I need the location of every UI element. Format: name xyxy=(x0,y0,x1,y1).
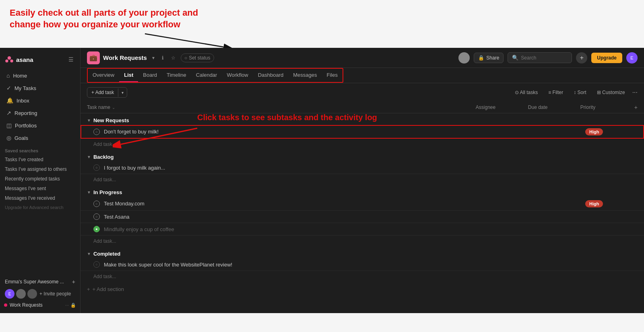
sidebar-item-reporting[interactable]: ↗ Reporting xyxy=(3,107,77,119)
task-name-sort-icon[interactable]: ⌄ xyxy=(112,105,115,110)
project-title-dropdown[interactable]: ▾ xyxy=(150,54,157,62)
sidebar-item-my-tasks[interactable]: ✓ My Tasks xyxy=(3,82,77,94)
svg-line-1 xyxy=(145,34,233,49)
add-column-button[interactable]: + xyxy=(634,104,638,111)
toolbar-more-button[interactable]: ··· xyxy=(632,89,638,96)
sidebar-item-inbox[interactable]: 🔔 Inbox xyxy=(3,94,77,107)
asana-logo-text: asana xyxy=(16,56,33,63)
sidebar-collapse-button[interactable]: ☰ xyxy=(67,55,75,64)
tab-dashboard[interactable]: Dashboard xyxy=(253,69,289,82)
svg-point-2 xyxy=(8,56,11,60)
saved-search-tasks-assigned[interactable]: Tasks I've assigned to others xyxy=(0,164,80,174)
sidebar-item-reporting-label: Reporting xyxy=(14,110,37,116)
tab-messages[interactable]: Messages xyxy=(288,69,322,82)
tab-files[interactable]: Files xyxy=(322,69,343,82)
project-actions-dots[interactable]: ··· xyxy=(65,303,69,308)
invite-people-button[interactable]: + Invite people xyxy=(39,291,71,297)
share-label: Share xyxy=(486,55,499,61)
section-in-progress-header[interactable]: ▼ In Progress xyxy=(80,185,644,197)
set-status-label: Set status xyxy=(189,55,210,61)
sidebar: asana ☰ ⌂ Home ✓ My Tasks 🔔 Inbox ↗ Repo… xyxy=(0,48,80,313)
task-check-4[interactable]: ○ xyxy=(93,213,100,220)
user-avatar[interactable]: E xyxy=(626,52,638,64)
tab-timeline[interactable]: Timeline xyxy=(162,69,191,82)
sidebar-bottom: Emma's Super Awesome ... + E + Invite pe… xyxy=(0,273,80,313)
task-priority-3: High xyxy=(585,200,638,207)
col-priority: Priority xyxy=(580,105,633,110)
add-section-button[interactable]: + + Add section xyxy=(80,282,644,296)
section-backlog-header[interactable]: ▼ Backlog xyxy=(80,150,644,162)
task-row-mindfully-coffee[interactable]: ● Mindfully enjoy a cup of coffee xyxy=(80,223,644,236)
task-row-test-asana[interactable]: ○ Test Asana xyxy=(80,211,644,223)
table-header: Task name ⌄ Assignee Due date Priority + xyxy=(80,102,644,113)
add-task-button[interactable]: + Add task ▾ xyxy=(87,87,127,98)
add-task-new-requests[interactable]: Add task... xyxy=(80,139,644,150)
search-input[interactable] xyxy=(521,55,561,61)
add-task-backlog[interactable]: Add task... xyxy=(80,174,644,185)
sidebar-item-home[interactable]: ⌂ Home xyxy=(3,70,77,82)
task-name-test-monday: Test Monday.com xyxy=(104,201,481,207)
add-task-completed[interactable]: Add task... xyxy=(80,271,644,282)
project-name-label: Work Requests xyxy=(10,302,43,308)
task-row-forgot-milk[interactable]: ○ I forgot to buy milk again... xyxy=(80,162,644,174)
tab-overview[interactable]: Overview xyxy=(88,69,119,82)
add-task-chevron-icon[interactable]: ▾ xyxy=(118,88,127,97)
task-list-area: ▼ New Requests ○ Don't forget to buy mil… xyxy=(80,113,644,313)
sidebar-header: asana ☰ xyxy=(0,52,80,67)
project-info-button[interactable]: ℹ xyxy=(160,54,166,62)
task-row-website-planet[interactable]: ○ Make this look super cool for the Webs… xyxy=(80,258,644,271)
asana-logo: asana xyxy=(5,55,33,64)
add-task-main-label[interactable]: + Add task xyxy=(87,88,118,97)
search-box: 🔍 xyxy=(508,52,572,63)
sidebar-item-my-tasks-label: My Tasks xyxy=(14,85,36,91)
svg-point-3 xyxy=(5,59,8,62)
share-button[interactable]: 🔒 Share xyxy=(474,53,504,63)
workspace-plus-button[interactable]: + xyxy=(72,279,75,285)
home-icon: ⌂ xyxy=(6,72,10,79)
customize-button[interactable]: ⊞ Customize xyxy=(594,88,628,97)
saved-search-messages-received[interactable]: Messages I've received xyxy=(0,193,80,203)
avatar-2 xyxy=(16,289,26,299)
priority-badge-high-3: High xyxy=(585,200,603,207)
task-check-3[interactable]: ○ xyxy=(93,201,100,207)
check-circle-icon-4: ○ xyxy=(95,215,97,219)
saved-search-recently-completed[interactable]: Recently completed tasks xyxy=(0,174,80,184)
project-star-button[interactable]: ☆ xyxy=(169,54,178,62)
section-completed: ▼ Completed ○ Make this look super cool … xyxy=(80,247,644,282)
saved-search-tasks-created[interactable]: Tasks I've created xyxy=(0,155,80,164)
set-status-button[interactable]: ○ Set status xyxy=(181,53,214,62)
task-name-header: Task name xyxy=(87,105,110,110)
saved-search-messages-sent[interactable]: Messages I've sent xyxy=(0,184,80,193)
upgrade-button[interactable]: Upgrade xyxy=(591,53,622,63)
section-chevron-backlog: ▼ xyxy=(87,155,91,159)
sidebar-item-portfolios-label: Portfolios xyxy=(15,123,37,129)
priority-badge-high-1: High xyxy=(585,128,603,135)
task-check-2[interactable]: ○ xyxy=(93,164,100,171)
col-assignee: Assignee xyxy=(476,105,528,110)
section-completed-header[interactable]: ▼ Completed xyxy=(80,247,644,258)
task-name-test-asana: Test Asana xyxy=(104,214,481,220)
add-button[interactable]: + xyxy=(576,52,587,64)
task-check-6[interactable]: ○ xyxy=(93,261,100,268)
filter-button[interactable]: ≡ Filter xyxy=(545,88,566,97)
tab-board[interactable]: Board xyxy=(138,69,162,82)
search-icon: 🔍 xyxy=(512,55,518,61)
sidebar-item-goals[interactable]: ◎ Goals xyxy=(3,132,77,144)
task-row-dont-forget-milk[interactable]: ○ Don't forget to buy milk! High xyxy=(80,125,644,139)
section-new-requests-header[interactable]: ▼ New Requests xyxy=(80,113,644,125)
upgrade-advanced-search[interactable]: Upgrade for Advanced search xyxy=(0,203,80,212)
add-task-in-progress[interactable]: Add task... xyxy=(80,236,644,247)
task-priority-1: High xyxy=(585,128,638,135)
sort-button[interactable]: ↕ Sort xyxy=(570,88,589,97)
tab-list[interactable]: List xyxy=(119,69,138,82)
tab-workflow[interactable]: Workflow xyxy=(222,69,253,82)
sidebar-item-portfolios[interactable]: ◫ Portfolios xyxy=(3,119,77,131)
bell-icon: 🔔 xyxy=(6,97,13,104)
tab-calendar[interactable]: Calendar xyxy=(191,69,222,82)
app-container: asana ☰ ⌂ Home ✓ My Tasks 🔔 Inbox ↗ Repo… xyxy=(0,48,644,313)
task-row-test-monday[interactable]: ○ Test Monday.com High xyxy=(80,197,644,211)
task-check-5[interactable]: ● xyxy=(93,226,100,232)
task-check-1[interactable]: ○ xyxy=(93,129,100,135)
sidebar-project-work-requests[interactable]: Work Requests ··· 🔒 xyxy=(0,300,80,310)
all-tasks-button[interactable]: ⊙ All tasks xyxy=(512,88,541,97)
